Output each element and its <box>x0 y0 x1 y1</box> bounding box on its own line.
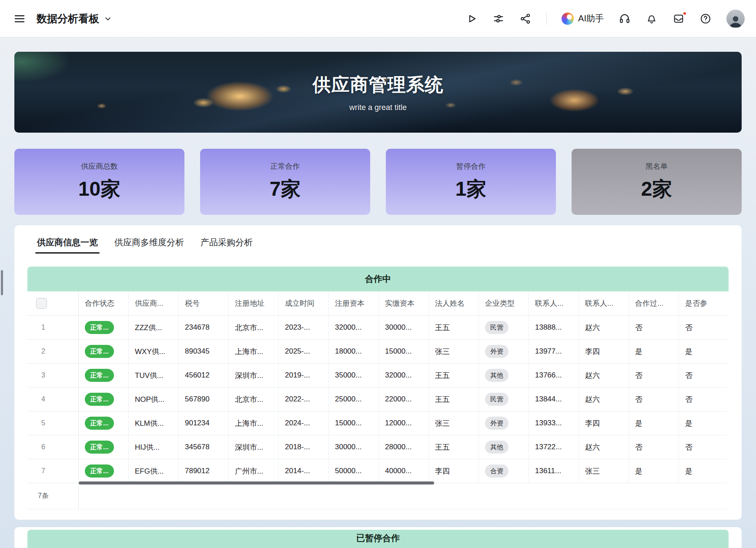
inbox-button[interactable] <box>672 13 685 25</box>
status-badge: 正常... <box>85 345 114 358</box>
data-cell: 901234 <box>179 411 229 435</box>
header-cell[interactable]: 供应商... <box>129 291 179 316</box>
company-type-cell: 外资 <box>479 340 529 364</box>
stat-label: 暂停合作 <box>456 161 486 171</box>
data-cell: 张三 <box>579 459 629 483</box>
data-cell: EFG供... <box>129 459 179 483</box>
dashboard-body: 供应商管理系统 write a great title 供应商总数10家正常合作… <box>0 52 756 548</box>
tab-3[interactable]: 产品采购分析 <box>201 237 253 254</box>
header-cell[interactable]: 合作过... <box>629 291 679 316</box>
stat-value: 2家 <box>641 176 672 203</box>
topbar: 数据分析看板 AI助手 <box>0 0 756 37</box>
header-cell[interactable]: 联系人... <box>579 291 629 316</box>
data-cell: 是 <box>679 459 727 483</box>
cooperating-table: 合作中 合作状态供应商...税号注册地址成立时间注册资本实缴资本法人姓名企业类型… <box>27 267 729 509</box>
data-cell: 深圳市... <box>229 364 279 388</box>
status-badge: 正常... <box>85 369 114 382</box>
header-cell[interactable]: 成立时间 <box>279 291 329 316</box>
header-cell[interactable]: 合作状态 <box>79 291 129 316</box>
data-cell: 北京市... <box>229 388 279 411</box>
sliders-icon <box>492 13 505 25</box>
data-cell: 王五 <box>429 316 479 340</box>
data-cell: 35000... <box>329 364 379 388</box>
row-count: 7条 <box>27 483 79 509</box>
avatar[interactable] <box>726 10 745 28</box>
data-cell: 否 <box>629 316 679 340</box>
data-cell: 13933... <box>529 411 579 435</box>
help-button[interactable] <box>699 13 712 25</box>
data-cell: 30000... <box>379 316 429 340</box>
horizontal-scrollbar[interactable] <box>79 481 434 485</box>
paused-group-title: 已暂停合作 <box>27 530 729 548</box>
ai-assistant-button[interactable]: AI助手 <box>562 13 604 25</box>
headset-icon <box>619 13 631 25</box>
data-cell: 王五 <box>429 388 479 411</box>
header-cell[interactable]: 注册地址 <box>229 291 279 316</box>
row-index: 5 <box>27 411 79 435</box>
status-cell: 正常... <box>79 388 129 411</box>
stat-value: 10家 <box>78 176 120 203</box>
data-cell: 否 <box>629 388 679 411</box>
settings-button[interactable] <box>492 13 505 25</box>
header-cell[interactable]: 是否参 <box>679 291 727 316</box>
data-cell: 否 <box>679 364 727 388</box>
support-button[interactable] <box>619 13 631 25</box>
toolbar-divider <box>546 12 547 25</box>
share-button[interactable] <box>519 13 532 25</box>
company-type-badge: 合资 <box>485 464 508 478</box>
hero-banner: 供应商管理系统 write a great title <box>14 52 742 133</box>
menu-button[interactable] <box>13 12 26 25</box>
user-photo-icon <box>728 14 743 28</box>
data-cell: 否 <box>679 435 727 459</box>
suppliers-panel: 供应商信息一览供应商多维度分析产品采购分析 合作中 合作状态供应商...税号注册… <box>14 225 742 520</box>
data-cell: 是 <box>629 411 679 435</box>
table-row[interactable]: 2正常...WXY供...890345上海市...2025-...18000..… <box>27 340 727 364</box>
company-type-badge: 外资 <box>485 417 508 430</box>
table-row[interactable]: 5正常...KLM供...901234上海市...2024-...15000..… <box>27 411 727 435</box>
data-cell: 上海市... <box>229 411 279 435</box>
header-cell[interactable]: 实缴资本 <box>379 291 429 316</box>
data-cell: 2025-... <box>279 340 329 364</box>
data-cell: 789012 <box>179 459 229 483</box>
data-cell: 2022-... <box>279 388 329 411</box>
data-cell: 赵六 <box>579 388 629 411</box>
data-cell: 32000... <box>379 364 429 388</box>
dashboard-title-dropdown[interactable]: 数据分析看板 <box>37 12 112 26</box>
tab-2[interactable]: 供应商多维度分析 <box>114 237 184 254</box>
data-cell: 王五 <box>429 364 479 388</box>
stat-card-3: 暂停合作1家 <box>386 149 556 215</box>
header-cell[interactable]: 法人姓名 <box>429 291 479 316</box>
paused-panel: 已暂停合作 <box>14 527 742 548</box>
header-cell[interactable]: 注册资本 <box>329 291 379 316</box>
header-cell-select <box>27 291 79 316</box>
data-cell: 30000... <box>329 435 379 459</box>
table-row[interactable]: 7正常...EFG供...789012广州市...2014-...50000..… <box>27 459 727 483</box>
data-cell: 深圳市... <box>229 435 279 459</box>
header-cell[interactable]: 联系人... <box>529 291 579 316</box>
table-row[interactable]: 4正常...NOP供...567890北京市...2022-...25000..… <box>27 388 727 411</box>
table-row[interactable]: 3正常...TUV供...456012深圳市...2019-...35000..… <box>27 364 727 388</box>
data-cell: 13611... <box>529 459 579 483</box>
present-button[interactable] <box>465 13 478 25</box>
header-cell[interactable]: 企业类型 <box>479 291 529 316</box>
footer-filler <box>79 483 727 509</box>
table-row[interactable]: 6正常...HIJ供...345678深圳市...2018-...30000..… <box>27 435 727 459</box>
data-cell: 234678 <box>179 316 229 340</box>
select-all-checkbox[interactable] <box>36 298 47 309</box>
play-icon <box>465 13 478 25</box>
company-type-badge: 民营 <box>485 393 508 406</box>
table-header-row: 合作状态供应商...税号注册地址成立时间注册资本实缴资本法人姓名企业类型联系人.… <box>27 291 727 316</box>
data-cell: KLM供... <box>129 411 179 435</box>
table-row[interactable]: 1正常...ZZZ供...234678北京市...2023-...32000..… <box>27 316 727 340</box>
help-icon <box>699 13 712 25</box>
status-cell: 正常... <box>79 316 129 340</box>
data-cell: WXY供... <box>129 340 179 364</box>
status-cell: 正常... <box>79 435 129 459</box>
notifications-button[interactable] <box>646 13 658 25</box>
vertical-scrollbar[interactable] <box>1 270 3 295</box>
status-badge: 正常... <box>85 464 114 478</box>
data-cell: 15000... <box>329 411 379 435</box>
chevron-down-icon <box>104 14 112 23</box>
header-cell[interactable]: 税号 <box>179 291 229 316</box>
tab-1[interactable]: 供应商信息一览 <box>37 237 98 254</box>
